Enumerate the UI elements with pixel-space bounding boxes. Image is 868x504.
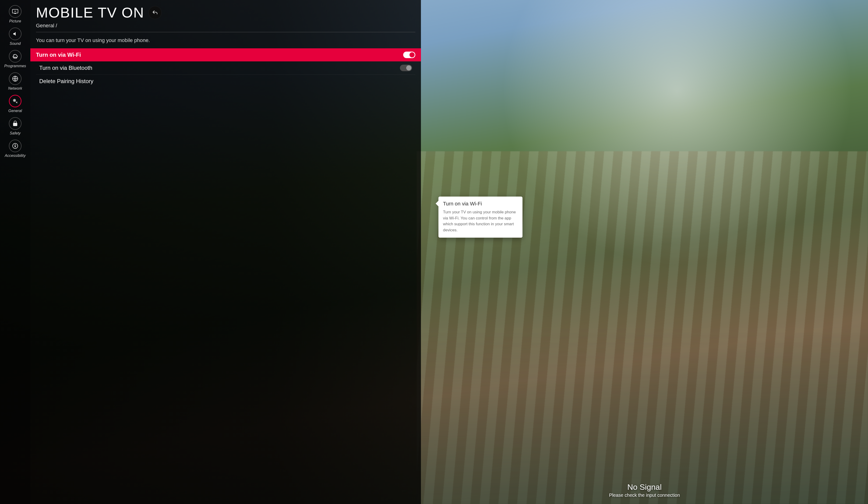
sidebar-item-programmes[interactable]: Programmes	[4, 50, 26, 68]
programmes-icon	[9, 50, 21, 63]
sidebar-item-label: General	[8, 109, 22, 113]
accessibility-icon	[9, 140, 21, 152]
sidebar-item-picture[interactable]: Picture	[9, 5, 21, 23]
sidebar-item-label: Programmes	[4, 64, 26, 68]
sidebar-item-accessibility[interactable]: Accessibility	[5, 140, 26, 158]
settings-sidebar: Picture Sound Programmes Network	[0, 0, 30, 504]
back-button[interactable]	[148, 6, 162, 19]
svg-point-8	[15, 144, 16, 145]
general-icon	[9, 95, 21, 107]
svg-point-5	[14, 100, 15, 101]
sidebar-item-label: Sound	[10, 42, 21, 46]
network-icon	[9, 72, 21, 85]
svg-point-2	[13, 58, 17, 58]
page-description: You can turn your TV on using your mobil…	[36, 37, 415, 44]
back-icon	[152, 10, 158, 16]
sidebar-item-safety[interactable]: Safety	[9, 117, 21, 135]
picture-icon	[9, 5, 21, 18]
sidebar-item-label: Picture	[9, 19, 21, 23]
row-label: Delete Pairing History	[39, 78, 412, 84]
toggle-bluetooth[interactable]	[400, 65, 412, 71]
sidebar-item-sound[interactable]: Sound	[9, 28, 21, 46]
tooltip-title: Turn on via Wi-Fi	[443, 201, 518, 207]
sidebar-item-label: Network	[8, 86, 22, 91]
no-signal-subtitle: Please check the input connection	[421, 493, 868, 498]
info-tooltip: Turn on via Wi-Fi Turn your TV on using …	[438, 197, 523, 238]
page-title: MOBILE TV ON	[36, 4, 144, 21]
no-signal-banner: No Signal Please check the input connect…	[421, 483, 868, 498]
svg-rect-6	[13, 123, 17, 126]
sound-icon	[9, 28, 21, 40]
sidebar-item-general[interactable]: General	[8, 95, 22, 113]
toggle-wifi[interactable]	[403, 52, 415, 58]
lock-icon	[9, 117, 21, 130]
breadcrumb: General /	[36, 23, 415, 29]
sidebar-item-network[interactable]: Network	[8, 72, 22, 91]
row-turn-on-wifi[interactable]: Turn on via Wi-Fi	[30, 48, 421, 61]
tooltip-body: Turn your TV on using your mobile phone …	[443, 209, 518, 233]
row-label: Turn on via Wi-Fi	[36, 52, 403, 58]
sidebar-item-label: Safety	[10, 131, 21, 135]
settings-overlay: Picture Sound Programmes Network	[0, 0, 421, 504]
svg-point-1	[15, 11, 16, 12]
row-turn-on-bluetooth[interactable]: Turn on via Bluetooth	[36, 61, 415, 75]
row-label: Turn on via Bluetooth	[39, 65, 400, 71]
settings-pane: MOBILE TV ON General / You can turn your…	[30, 0, 421, 504]
divider	[36, 32, 415, 32]
row-delete-pairing-history[interactable]: Delete Pairing History	[36, 75, 415, 88]
no-signal-title: No Signal	[421, 483, 868, 492]
sidebar-item-label: Accessibility	[5, 154, 26, 158]
